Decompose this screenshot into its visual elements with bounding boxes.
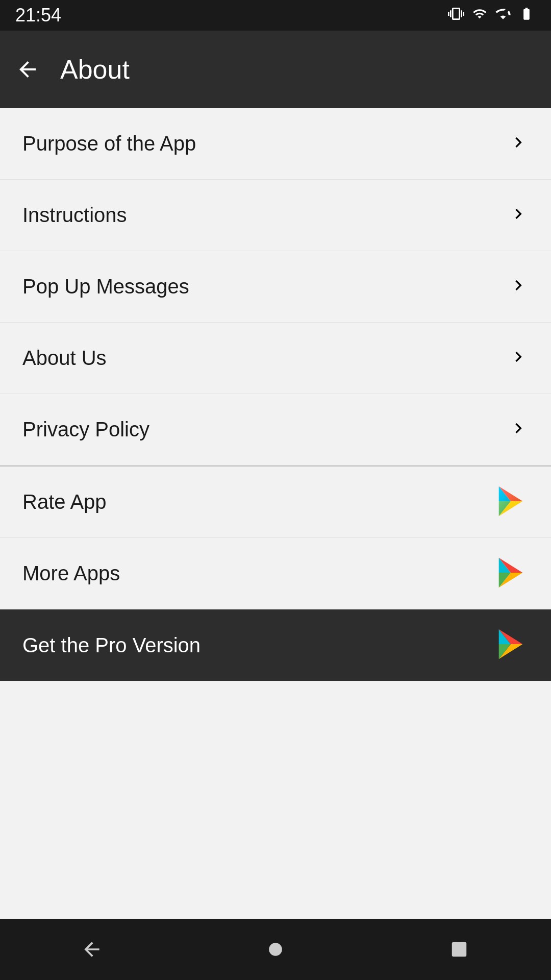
menu-item-label-instructions: Instructions: [22, 204, 127, 227]
status-bar: 21:54: [0, 0, 551, 31]
menu-item-about-us[interactable]: About Us: [0, 323, 551, 394]
menu-item-label-about-us: About Us: [22, 347, 107, 370]
back-button[interactable]: [15, 57, 40, 82]
wifi-icon: [470, 7, 489, 24]
menu-item-label-pro: Get the Pro Version: [22, 634, 201, 657]
page-title: About: [60, 54, 130, 85]
nav-back-button[interactable]: [61, 929, 122, 970]
menu-item-more-apps[interactable]: More Apps: [0, 538, 551, 609]
menu-item-label-privacy: Privacy Policy: [22, 418, 149, 441]
vibrate-icon: [448, 6, 464, 26]
menu-item-pro-version[interactable]: Get the Pro Version: [0, 609, 551, 681]
menu-item-label-more: More Apps: [22, 562, 120, 585]
app-bar: About: [0, 31, 551, 108]
play-store-icon-more: [493, 555, 529, 593]
empty-space: [0, 681, 551, 919]
nav-home-button[interactable]: [245, 929, 306, 970]
menu-item-privacy-policy[interactable]: Privacy Policy: [0, 394, 551, 465]
chevron-icon-popup: [508, 272, 529, 302]
svg-point-13: [269, 943, 282, 956]
status-icons: [448, 6, 536, 26]
content-area: Purpose of the App Instructions Pop Up M…: [0, 108, 551, 919]
nav-recent-button[interactable]: [429, 929, 490, 970]
chevron-icon-instructions: [508, 201, 529, 230]
menu-item-instructions[interactable]: Instructions: [0, 180, 551, 251]
battery-icon: [517, 7, 536, 24]
chevron-icon-about-us: [508, 344, 529, 373]
menu-item-popup-messages[interactable]: Pop Up Messages: [0, 251, 551, 323]
menu-item-purpose[interactable]: Purpose of the App: [0, 108, 551, 180]
svg-rect-14: [452, 942, 467, 957]
chevron-icon-purpose: [508, 129, 529, 159]
play-store-icon-pro: [493, 626, 529, 664]
menu-item-label-rate: Rate App: [22, 491, 107, 513]
menu-item-rate-app[interactable]: Rate App: [0, 467, 551, 538]
signal-icon: [495, 6, 511, 26]
chevron-icon-privacy: [508, 415, 529, 445]
nav-bar: [0, 919, 551, 980]
status-time: 21:54: [15, 5, 61, 26]
play-store-icon-rate: [493, 483, 529, 521]
menu-item-label-purpose: Purpose of the App: [22, 132, 196, 155]
menu-item-label-popup: Pop Up Messages: [22, 275, 189, 298]
